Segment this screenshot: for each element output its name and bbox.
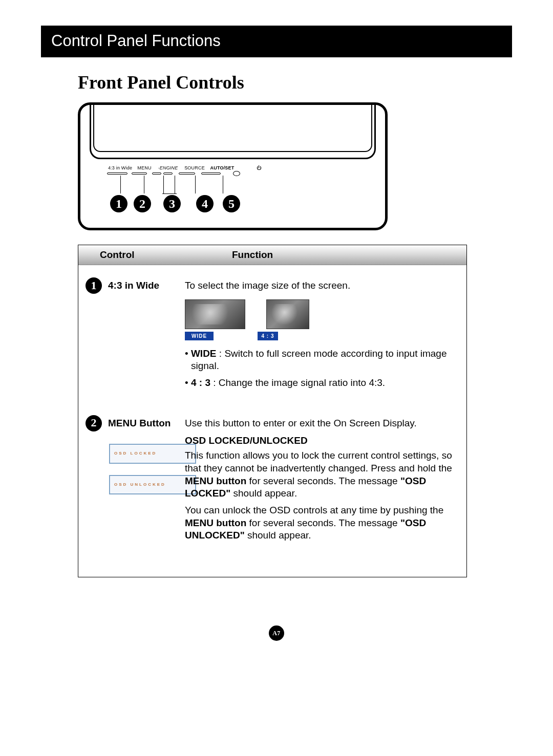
osd-unlocked-box: OSD UNLOCKED [109, 475, 196, 494]
table-row: 2 MENU Button OSD LOCKED OSD UNLOCKED Us… [78, 394, 466, 546]
controls-table: Control Function 1 4:3 in Wide To select… [78, 245, 467, 577]
label-source: SOURCE [181, 165, 208, 170]
osd-para-2: You can unlock the OSD controls at any t… [185, 504, 452, 542]
control-name: 4:3 in Wide [108, 277, 185, 394]
thumb-4-3-chip: 4 : 3 [258, 332, 278, 340]
callout-2: 2 [134, 195, 151, 212]
aspect-thumbnails: WIDE 4 : 3 [185, 299, 452, 340]
function-lead: To select the image size of the screen. [185, 279, 452, 292]
table-row: 1 4:3 in Wide To select the image size o… [78, 265, 466, 394]
callout-4: 4 [196, 195, 214, 212]
thumb-4-3-image [266, 299, 309, 329]
thumb-wide: WIDE [185, 299, 245, 340]
thumb-wide-chip: WIDE [185, 332, 214, 340]
label-f-engine: -ENGINE [155, 165, 181, 170]
section-title: Control Panel Functions [51, 32, 221, 50]
control-name: MENU Button [108, 417, 185, 430]
osd-subheading: OSD LOCKED/UNLOCKED [185, 435, 452, 447]
diagram-callout-numbers: 1 2 3 4 5 [110, 195, 240, 212]
callout-1: 1 [110, 195, 127, 212]
row-number-badge: 2 [86, 415, 102, 431]
page-heading: Front Panel Controls [78, 72, 512, 93]
osd-message-previews: OSD LOCKED OSD UNLOCKED [109, 444, 196, 494]
callout-3: 3 [163, 195, 181, 212]
bullet-4-3: • 4 : 3 : Change the image signal ratio … [185, 377, 452, 390]
label-menu: MENU [134, 165, 155, 170]
power-button-icon [233, 171, 240, 176]
osd-locked-box: OSD LOCKED [109, 444, 196, 463]
label-43-in-wide: 4:3 in Wide [106, 165, 134, 170]
table-header: Control Function [78, 245, 466, 265]
power-icon: ⏻ [249, 165, 269, 170]
callout-5: 5 [223, 195, 240, 212]
thumb-wide-image [185, 299, 245, 329]
col-control: Control [78, 249, 196, 261]
monitor-inner-outline [93, 103, 372, 152]
front-panel-diagram: 4:3 in Wide MENU -ENGINE SOURCE AUTO/SET… [78, 102, 388, 230]
row-number-badge: 1 [86, 277, 102, 294]
function-lead: Use this button to enter or exit the On … [185, 417, 452, 430]
osd-para-1: This function allows you to lock the cur… [185, 449, 452, 500]
col-function: Function [196, 249, 466, 261]
diagram-button-labels: 4:3 in Wide MENU -ENGINE SOURCE AUTO/SET… [101, 165, 365, 170]
thumb-4-3: 4 : 3 [258, 299, 318, 340]
label-auto-set: AUTO/SET [208, 165, 237, 170]
section-title-bar: Control Panel Functions [41, 26, 512, 57]
page-number: A7 [269, 625, 284, 641]
aspect-bullets: • WIDE : Switch to full screen mode acco… [185, 348, 452, 390]
bullet-wide: • WIDE : Switch to full screen mode acco… [185, 348, 452, 373]
